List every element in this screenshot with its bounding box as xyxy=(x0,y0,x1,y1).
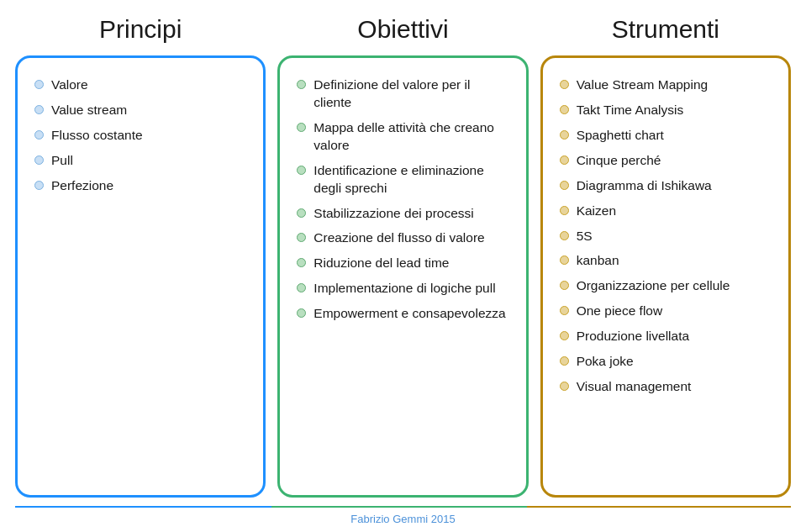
column-title-strumenti: Strumenti xyxy=(612,15,719,44)
list-item: 5S xyxy=(560,228,772,245)
card-principi: ValoreValue streamFlusso costantePullPer… xyxy=(15,55,266,498)
column-title-obiettivi: Obiettivi xyxy=(357,15,448,44)
column-strumenti: StrumentiValue Stream MappingTakt Time A… xyxy=(540,15,791,498)
list-item: Spaghetti chart xyxy=(560,127,772,145)
list-obiettivi: Definizione del valore per il clienteMap… xyxy=(297,76,508,323)
list-item: Valore xyxy=(34,76,246,94)
list-item: Diagramma di Ishikawa xyxy=(560,177,772,195)
column-principi: PrincipiValoreValue streamFlusso costant… xyxy=(15,15,266,498)
card-strumenti: Value Stream MappingTakt Time AnalysisSp… xyxy=(540,55,791,498)
list-item: Pull xyxy=(34,152,246,170)
list-item: Cinque perché xyxy=(560,152,772,170)
list-principi: ValoreValue streamFlusso costantePullPer… xyxy=(34,76,246,195)
list-item: kanban xyxy=(560,252,772,270)
list-item: Mappa delle attività che creano valore xyxy=(297,119,508,155)
list-strumenti: Value Stream MappingTakt Time AnalysisSp… xyxy=(560,76,772,396)
list-item: Value Stream Mapping xyxy=(560,76,772,94)
list-item: Kaizen xyxy=(560,203,772,220)
column-obiettivi: ObiettiviDefinizione del valore per il c… xyxy=(277,15,528,498)
list-item: Empowerment e consapevolezza xyxy=(297,305,508,323)
footer-line xyxy=(15,506,791,508)
list-item: Value stream xyxy=(34,102,246,119)
list-item: Poka joke xyxy=(560,353,772,371)
list-item: Perfezione xyxy=(34,177,246,195)
list-item: Implementazione di logiche pull xyxy=(297,280,508,298)
list-item: Organizzazione per cellule xyxy=(560,277,772,295)
main-content: PrincipiValoreValue streamFlusso costant… xyxy=(15,15,791,498)
list-item: Creazione del flusso di valore xyxy=(297,229,508,247)
list-item: Definizione del valore per il cliente xyxy=(297,76,508,112)
list-item: One piece flow xyxy=(560,303,772,320)
list-item: Stabilizzazione dei processi xyxy=(297,205,508,223)
list-item: Visual management xyxy=(560,378,772,396)
column-title-principi: Principi xyxy=(99,15,182,44)
list-item: Flusso costante xyxy=(34,127,246,145)
footer-text: Fabrizio Gemmi 2015 xyxy=(350,513,455,525)
card-obiettivi: Definizione del valore per il clienteMap… xyxy=(277,55,528,498)
footer: Fabrizio Gemmi 2015 xyxy=(15,506,791,533)
list-item: Takt Time Analysis xyxy=(560,102,772,119)
list-item: Identificazione e eliminazione degli spr… xyxy=(297,162,508,198)
list-item: Riduzione del lead time xyxy=(297,255,508,272)
list-item: Produzione livellata xyxy=(560,328,772,345)
